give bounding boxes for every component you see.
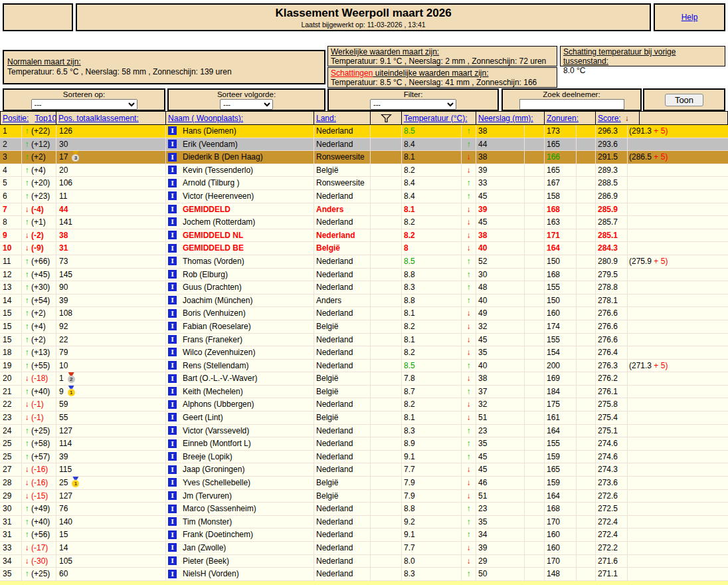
temp-trend-down-icon: ↓	[462, 477, 476, 489]
schattingen-heading-link[interactable]: Schattingen	[331, 68, 373, 78]
cell-top10-trend: ↑(+2)	[22, 307, 56, 320]
cell-zonuren: 155	[545, 437, 577, 450]
participant-info-icon[interactable]: I	[168, 361, 177, 370]
participant-info-icon[interactable]: I	[168, 452, 177, 461]
help-link[interactable]: Help	[682, 13, 698, 22]
sort-positie-link[interactable]: Positie:	[3, 114, 29, 123]
cell-land: Nederland	[314, 398, 371, 411]
sort-descending-icon: ↓	[625, 114, 629, 123]
cell-pos-totaalklassement: 91	[56, 386, 166, 398]
cell-land: Nederland	[314, 463, 371, 476]
participant-info-icon[interactable]: I	[168, 283, 177, 291]
cell-score-detail	[628, 229, 728, 242]
participant-info-icon[interactable]: I	[168, 270, 177, 279]
participant-info-icon[interactable]: I	[168, 505, 177, 513]
participant-info-icon[interactable]: I	[168, 244, 177, 253]
table-row: 25↑(+57)39IBreeje (Lopik)Nederland9.1↑45…	[0, 451, 728, 464]
cell-neerslag: 39	[476, 164, 525, 177]
sort-zonuren-link[interactable]: Zonuren:	[547, 114, 579, 123]
sort-naam-link[interactable]: Naam ( Woonplaats):	[168, 114, 243, 123]
cell-filter-spacer	[371, 216, 402, 229]
cell-pos-totaalklassement: 31	[56, 242, 166, 255]
cell-positie: 8	[0, 216, 22, 229]
participant-info-icon[interactable]: I	[168, 400, 177, 409]
temp-trend-up-icon: ↑	[462, 425, 476, 437]
cell-positie: 5	[0, 177, 22, 189]
ranking-table-body: 1↑(+22)126IHans (Diemen)Nederland8.5↑381…	[0, 125, 728, 581]
trend-value: (+55)	[31, 361, 50, 370]
pos-totaal-value: 44	[59, 205, 68, 214]
cell-positie: 29	[0, 490, 22, 503]
cell-score: 284.3	[596, 242, 628, 255]
table-row: 31↑(+40)140ITim (Monster)Nederland9.2↑35…	[0, 516, 728, 529]
sort-pos-totaal-link[interactable]: Pos. totaalklassement:	[58, 114, 139, 123]
cell-top10-trend: ↑(+25)	[22, 568, 56, 580]
participant-info-icon[interactable]: I	[168, 439, 177, 448]
sort-score-link[interactable]: Score:	[598, 114, 621, 123]
participant-info-icon[interactable]: I	[168, 348, 177, 356]
participant-info-icon[interactable]: I	[168, 179, 177, 187]
participant-info-icon[interactable]: I	[168, 413, 177, 421]
cell-temperatuur: 8.2	[402, 320, 462, 333]
sort-top10-link[interactable]: Top10	[35, 114, 56, 123]
participant-name: Yves (Schellebelle)	[183, 478, 250, 487]
zoek-deelnemer-panel: Zoek deelnemer:	[501, 88, 642, 111]
schatting-vorige-heading: Schatting temperatuur bij vorige tussens…	[563, 47, 676, 66]
cell-neerslag: 51	[476, 490, 525, 503]
participant-info-icon[interactable]: I	[168, 205, 177, 213]
participant-info-icon[interactable]: I	[168, 426, 177, 435]
participant-info-icon[interactable]: I	[168, 126, 177, 135]
participant-info-icon[interactable]: I	[168, 309, 177, 318]
participant-info-icon[interactable]: I	[168, 517, 177, 526]
participant-info-icon[interactable]: I	[168, 191, 177, 200]
cell-score-detail	[628, 177, 728, 189]
spacer-cell	[525, 138, 545, 151]
temp-trend-up-icon: ↑	[462, 451, 476, 463]
sorteren-op-select[interactable]: ---	[31, 99, 137, 110]
participant-info-icon[interactable]: I	[168, 153, 177, 162]
toon-button[interactable]: Toon	[665, 94, 703, 106]
cell-score: 272.5	[596, 503, 628, 515]
participant-info-icon[interactable]: I	[168, 387, 177, 396]
participant-info-icon[interactable]: I	[168, 296, 177, 304]
zoek-deelnemer-input[interactable]	[519, 99, 624, 110]
sorteer-volgorde-select[interactable]: ---	[220, 99, 273, 110]
cell-positie: 25	[0, 437, 22, 450]
participant-info-icon[interactable]: I	[168, 570, 177, 578]
participant-info-icon[interactable]: I	[168, 465, 177, 474]
medal-gold-icon: 1	[72, 477, 79, 487]
participant-info-icon[interactable]: I	[168, 491, 177, 500]
participant-info-icon[interactable]: I	[168, 217, 177, 226]
cell-pos-totaalklassement: 141	[56, 216, 166, 229]
cell-positie: 23	[0, 411, 22, 424]
sort-land-link[interactable]: Land:	[316, 114, 336, 123]
cell-score-detail	[628, 216, 728, 229]
participant-info-icon[interactable]: I	[168, 374, 177, 383]
cell-naam: IFabian (Roeselare)	[166, 320, 314, 333]
spacer-cell	[577, 411, 596, 424]
participant-info-icon[interactable]: I	[168, 556, 177, 565]
sort-temperatuur-link[interactable]: Temperatuur (°C):	[404, 114, 468, 123]
cell-neerslag: 33	[476, 177, 525, 189]
participant-info-icon[interactable]: I	[168, 322, 177, 330]
participant-info-icon[interactable]: I	[168, 543, 177, 552]
filter-select[interactable]: ---	[370, 99, 456, 110]
sort-neerslag-link[interactable]: Neerslag (mm):	[478, 114, 533, 123]
trend-value: (-9)	[31, 243, 44, 253]
participant-info-icon[interactable]: I	[168, 335, 177, 344]
filter-funnel-icon[interactable]	[381, 114, 392, 123]
participant-info-icon[interactable]: I	[168, 231, 177, 239]
trend-up-icon: ↑	[23, 437, 31, 450]
cell-temperatuur: 7.9	[402, 477, 462, 489]
cell-top10-trend: ↓(-1)	[22, 398, 56, 411]
participant-info-icon[interactable]: I	[168, 530, 177, 539]
participant-info-icon[interactable]: I	[168, 257, 177, 265]
participant-info-icon[interactable]: I	[168, 478, 177, 487]
participant-info-icon[interactable]: I	[168, 166, 177, 174]
spacer-cell	[577, 203, 596, 216]
participant-info-icon[interactable]: I	[168, 140, 177, 148]
cell-zonuren: 160	[545, 542, 577, 554]
cell-zonuren: 168	[545, 203, 577, 216]
cell-filter-spacer	[371, 451, 402, 463]
trend-value: (+13)	[31, 348, 50, 357]
